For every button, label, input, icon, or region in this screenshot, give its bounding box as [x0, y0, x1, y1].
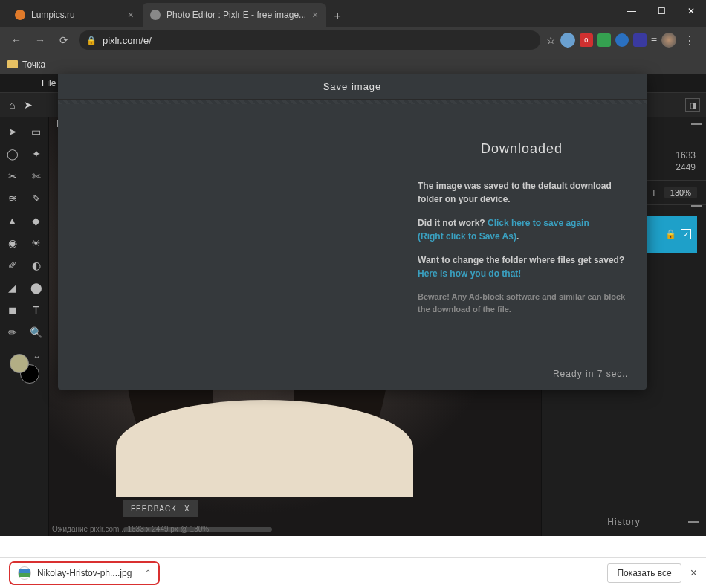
- picker-tool[interactable]: ✏: [3, 323, 22, 342]
- text: Did it not work?: [418, 218, 488, 228]
- tab-title: Lumpics.ru: [31, 10, 122, 20]
- close-downloads-icon[interactable]: ×: [690, 566, 697, 580]
- arrow-tool-icon[interactable]: ➤: [24, 99, 33, 111]
- panel-minimize-icon[interactable]: [691, 123, 702, 125]
- chevron-up-icon[interactable]: ⌃: [145, 569, 151, 577]
- feedback-button[interactable]: FEEDBACK X: [123, 500, 198, 517]
- text: Want to change the folder where files ge…: [418, 255, 624, 265]
- forward-button[interactable]: →: [31, 31, 49, 49]
- shape-tool[interactable]: ◼: [3, 300, 22, 320]
- profile-avatar[interactable]: [661, 33, 676, 48]
- favicon-pixlr: [150, 10, 161, 20]
- zoom-tool[interactable]: 🔍: [27, 323, 46, 342]
- w-value: 1633: [676, 150, 696, 161]
- modal-title: Save image: [58, 74, 647, 100]
- h-value: 2449: [676, 162, 696, 172]
- liquify-tool[interactable]: ≋: [3, 189, 22, 208]
- downloads-bar: Nikolay-Hristov-ph....jpg ⌃ Показать все…: [0, 557, 706, 588]
- show-all-button[interactable]: Показать все: [607, 563, 681, 583]
- divider-stripe: [58, 100, 647, 104]
- star-icon[interactable]: ☆: [546, 34, 556, 46]
- reader-icon[interactable]: ≡: [651, 34, 657, 46]
- marquee-tool[interactable]: ▭: [27, 122, 46, 141]
- minimize-button[interactable]: —: [617, 0, 647, 22]
- ready-countdown: Ready in 7 sec..: [553, 369, 629, 379]
- ext-icon-opera[interactable]: 0: [580, 33, 593, 47]
- address-bar[interactable]: 🔒 pixlr.com/e/: [79, 30, 540, 50]
- fg-color-swatch[interactable]: [10, 354, 29, 373]
- tab-pixlr[interactable]: Photo Editor : Pixlr E - free image... ×: [143, 3, 326, 27]
- pencil-tool[interactable]: ✎: [27, 189, 46, 208]
- fill-tool[interactable]: ⬤: [27, 278, 46, 297]
- save-as-link[interactable]: (Right click to Save As): [418, 231, 516, 242]
- window-controls: — ☐ ✕: [617, 0, 706, 22]
- bookmark-tochka[interactable]: Точка: [7, 59, 45, 70]
- feedback-close[interactable]: X: [184, 505, 190, 513]
- kebab-menu-icon[interactable]: ⋮: [681, 33, 699, 48]
- crop-tool[interactable]: ✂: [3, 167, 22, 186]
- save-line2: Did it not work? Click here to save agai…: [418, 216, 626, 243]
- close-tab-icon[interactable]: ×: [128, 9, 134, 21]
- text: .: [516, 231, 519, 242]
- tool-column: ➤ ▭ ◯ ✦ ✂ ✄ ≋ ✎ ▲ ◆ ◉ ☀ ✐ ◐ ◢ ⬤ ◼ T ✏ 🔍: [0, 117, 49, 536]
- download-spinner-icon: [18, 566, 31, 580]
- tab-title: Photo Editor : Pixlr E - free image...: [166, 10, 306, 20]
- cut-tool[interactable]: ✄: [27, 167, 46, 186]
- url-text: pixlr.com/e/: [103, 35, 152, 46]
- home-icon[interactable]: ⌂: [9, 99, 15, 111]
- brush-tool[interactable]: ▲: [3, 211, 22, 230]
- close-window-button[interactable]: ✕: [676, 0, 706, 22]
- downloaded-heading: Downloaded: [418, 141, 626, 157]
- visibility-checkbox[interactable]: ✓: [681, 229, 691, 239]
- arrow-tool[interactable]: ➤: [3, 122, 22, 141]
- lasso-tool[interactable]: ◯: [3, 144, 22, 164]
- adblock-warning: Beware! Any Ad-block software and simila…: [418, 291, 626, 315]
- status-bar: Ожидание pixlr.com... 1633 x 2449 px @ 1…: [52, 525, 209, 533]
- drop-tool[interactable]: ◆: [27, 211, 46, 230]
- ext-icon-circle[interactable]: [615, 33, 629, 47]
- new-tab-button[interactable]: +: [327, 6, 348, 27]
- translate-icon[interactable]: [560, 33, 575, 48]
- folder-icon: [7, 60, 18, 68]
- dodge-tool[interactable]: ☀: [27, 233, 46, 253]
- history-panel-header[interactable]: History: [542, 512, 706, 532]
- type-tool[interactable]: T: [27, 300, 46, 320]
- color-swatches[interactable]: ↔: [10, 354, 39, 384]
- tab-lumpics[interactable]: Lumpics.ru ×: [7, 3, 141, 27]
- save-image-modal: Save image Downloaded The image was save…: [58, 74, 647, 390]
- howto-link[interactable]: Here is how you do that!: [418, 268, 521, 279]
- save-line1: The image was saved to the default downl…: [418, 179, 626, 206]
- lock-icon[interactable]: 🔒: [665, 229, 676, 239]
- panel-minimize-icon[interactable]: [691, 205, 702, 207]
- feedback-label: FEEDBACK: [131, 505, 177, 513]
- swap-colors-icon[interactable]: ↔: [33, 352, 41, 361]
- spiral-tool[interactable]: ◉: [3, 233, 22, 253]
- favicon-lumpics: [15, 10, 25, 20]
- save-again-link[interactable]: Click here to save again: [488, 218, 589, 228]
- nav-bar: ← → ⟳ 🔒 pixlr.com/e/ ☆ 0 ≡ ⋮: [0, 27, 706, 54]
- blur-tool[interactable]: ◐: [27, 256, 46, 275]
- save-line3: Want to change the folder where files ge…: [418, 253, 626, 280]
- ext-icon-music[interactable]: [597, 33, 611, 47]
- download-item[interactable]: Nikolay-Hristov-ph....jpg ⌃: [9, 561, 160, 585]
- history-label: History: [607, 517, 640, 527]
- reload-button[interactable]: ⟳: [55, 31, 73, 49]
- close-tab-icon[interactable]: ×: [312, 9, 318, 21]
- download-filename: Nikolay-Hristov-ph....jpg: [37, 568, 132, 578]
- tab-strip: Lumpics.ru × Photo Editor : Pixlr E - fr…: [0, 0, 348, 27]
- panel-minimize-icon[interactable]: [688, 521, 699, 523]
- brush-select-tool[interactable]: ✦: [27, 144, 46, 164]
- eraser-tool[interactable]: ◢: [3, 278, 22, 297]
- eyedrop-tool[interactable]: ✐: [3, 256, 22, 275]
- ext-icon-cube[interactable]: [633, 33, 647, 47]
- bookmarks-bar: Точка: [0, 54, 706, 74]
- back-button[interactable]: ←: [7, 31, 25, 49]
- zoom-in-icon[interactable]: +: [651, 187, 657, 198]
- zoom-percent[interactable]: 130%: [664, 187, 697, 198]
- maximize-button[interactable]: ☐: [647, 0, 676, 22]
- bookmark-label: Точка: [22, 59, 45, 70]
- menu-file[interactable]: File: [42, 78, 56, 88]
- lock-icon: 🔒: [86, 36, 97, 45]
- collapse-panel-icon[interactable]: ◨: [685, 98, 700, 112]
